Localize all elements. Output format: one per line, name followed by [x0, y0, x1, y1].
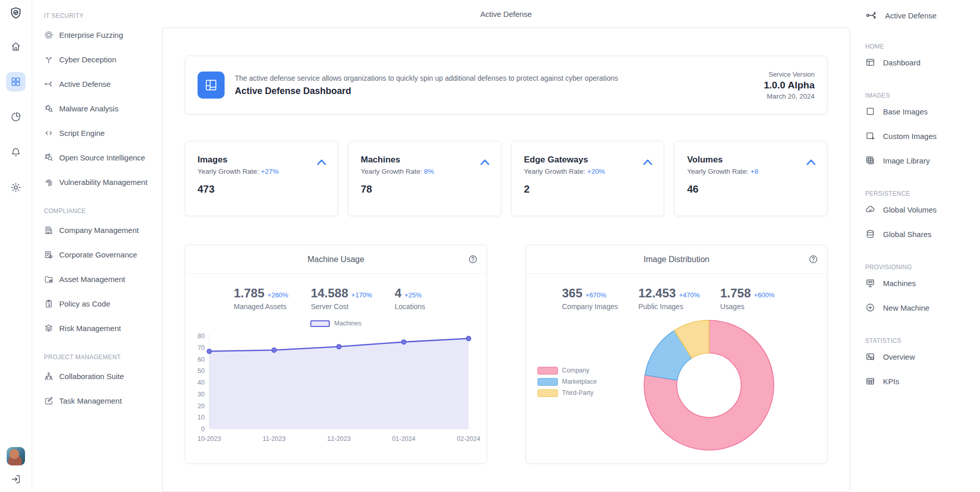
home-button[interactable] [6, 37, 26, 56]
database-icon [865, 229, 875, 239]
settings-button[interactable] [6, 178, 26, 197]
fingerprint-icon [44, 177, 54, 187]
main-panel: The active defense service allows organi… [162, 28, 850, 492]
left-sidebar: IT SECURITY Enterprise Fuzzing Cyber Dec… [32, 0, 162, 492]
sidebar-item-enterprise-fuzzing[interactable]: Enterprise Fuzzing [44, 22, 162, 47]
sidebar-item-asset-management[interactable]: Asset Management [44, 267, 162, 291]
collapse-button[interactable] [316, 158, 327, 166]
svg-text:30: 30 [198, 391, 205, 398]
growth-value: 8% [424, 168, 434, 175]
line-chart: 0102030405060708010-202311-202312-202301… [189, 330, 483, 452]
collapse-button[interactable] [642, 158, 653, 166]
document-gear-icon [44, 250, 54, 260]
rsidebar-item-global-shares[interactable]: Global Shares [865, 222, 980, 246]
sidebar-item-label: Risk Management [59, 324, 121, 333]
help-button[interactable] [808, 254, 818, 264]
sidebar-item-open-source-intelligence[interactable]: Open Source Intelligence [44, 145, 162, 170]
sidebar-item-task-management[interactable]: Task Management [44, 388, 162, 413]
legend-label: Company [562, 367, 590, 374]
sidebar-item-cyber-deception[interactable]: Cyber Deception [44, 47, 162, 72]
rsidebar-item-machines[interactable]: Machines [865, 271, 980, 295]
line-legend-item[interactable]: Machines [185, 320, 486, 327]
page-title: Active Defense [162, 0, 850, 28]
legend-label: Machines [334, 320, 362, 327]
dashboard-layout-icon [865, 57, 875, 67]
dashboard-tile-icon [198, 72, 225, 99]
sidebar-item-collaboration-suite[interactable]: Collaboration Suite [44, 364, 162, 388]
right-sidebar-title: Active Defense [865, 0, 980, 31]
sidebar-item-malware-analysis[interactable]: Malware Analysis [44, 96, 162, 121]
rsidebar-item-global-volumes[interactable]: Global Volumes [865, 197, 980, 222]
right-sidebar: Active Defense HOME Dashboard IMAGES Bas… [855, 0, 980, 492]
pie-legend-item-marketplace[interactable]: Marketplace [537, 376, 597, 387]
legend-swatch [537, 389, 558, 397]
sidebar-item-corporate-governance[interactable]: Corporate Governance [44, 242, 162, 267]
bug-search-icon [44, 104, 54, 113]
pie-legend-item-third-party[interactable]: Third-Party [537, 387, 597, 399]
collapse-button[interactable] [479, 158, 491, 166]
svg-text:50: 50 [198, 367, 205, 374]
rsidebar-item-kpis[interactable]: KPIs [865, 369, 980, 393]
stat-card-title: Volumes [687, 155, 815, 165]
code-icon [44, 128, 54, 138]
svg-text:0: 0 [201, 426, 205, 433]
rsidebar-item-base-images[interactable]: Base Images [865, 99, 980, 124]
pie-legend-item-company[interactable]: Company [537, 365, 597, 376]
sidebar-item-label: Company Management [59, 226, 139, 235]
growth-label: Yearly Growth Rate: [198, 168, 259, 175]
pie-legend: Company Marketplace Third-Party [537, 365, 597, 399]
image-distribution-card: Image Distribution 365+670% Company Imag… [526, 245, 827, 463]
section-header-persistence: PERSISTENCE [865, 190, 980, 197]
sidebar-item-policy-as-code[interactable]: Policy as Code [44, 291, 162, 316]
notifications-button[interactable] [6, 143, 26, 162]
chart-stat: 14.588+170% Server Cost [311, 287, 372, 311]
analytics-button[interactable] [6, 107, 26, 127]
service-version-value: 1.0.0 Alpha [764, 80, 815, 91]
sidebar-item-active-defense[interactable]: Active Defense [44, 72, 162, 96]
chart-stat: 365+670% Company Images [562, 287, 618, 311]
apps-button[interactable] [6, 72, 26, 91]
chevron-up-icon [642, 158, 653, 166]
chart-title: Machine Usage [307, 255, 364, 264]
banner-title: Active Defense Dashboard [235, 86, 618, 97]
chevron-up-icon [479, 158, 491, 166]
server-icon [865, 278, 875, 288]
svg-text:01-2024: 01-2024 [392, 435, 415, 442]
rsidebar-item-dashboard[interactable]: Dashboard [865, 50, 980, 75]
sidebar-item-label: Active Defense [59, 80, 111, 88]
rsidebar-item-image-library[interactable]: Image Library [865, 148, 980, 173]
sidebar-item-script-engine[interactable]: Script Engine [44, 121, 162, 145]
rsidebar-item-new-machine[interactable]: New Machine [865, 295, 980, 320]
sidebar-item-vulnerability-management[interactable]: Vulnerability Management [44, 170, 162, 194]
apps-grid-icon [10, 76, 21, 87]
section-header-compliance: COMPLIANCE [44, 207, 162, 215]
folder-icon [44, 274, 54, 284]
app-logo[interactable] [9, 6, 23, 20]
donut-chart [638, 314, 780, 457]
legend-label: Marketplace [562, 378, 597, 385]
sidebar-item-label: Policy as Code [59, 299, 110, 308]
svg-text:02-2024: 02-2024 [457, 435, 480, 442]
svg-text:20: 20 [198, 403, 205, 410]
rsidebar-item-custom-images[interactable]: Custom Images [865, 124, 980, 148]
help-button[interactable] [468, 254, 478, 264]
growth-label: Yearly Growth Rate: [361, 168, 422, 175]
pie-chart-icon [10, 111, 21, 123]
cloud-icon [865, 204, 875, 215]
stat-card-title: Edge Gateways [524, 155, 652, 165]
sidebar-item-risk-management[interactable]: Risk Management [44, 316, 162, 340]
chevron-up-icon [316, 158, 327, 166]
logout-button[interactable] [10, 472, 21, 487]
legend-swatch [537, 378, 558, 386]
stat-card-title: Machines [361, 155, 488, 165]
stat-cards-row: Images Yearly Growth Rate: +27% 473 Mach… [185, 141, 827, 216]
charts-row: Machine Usage 1.785+260% Managed Assets … [185, 245, 827, 463]
avatar[interactable] [7, 447, 25, 465]
collapse-button[interactable] [805, 158, 817, 166]
sidebar-item-label: Malware Analysis [59, 104, 118, 113]
sidebar-item-company-management[interactable]: Company Management [44, 218, 162, 242]
rsidebar-item-overview[interactable]: Overview [865, 344, 980, 369]
square-plus-icon [865, 131, 875, 141]
chevron-up-icon [805, 158, 817, 166]
sidebar-item-label: Script Engine [59, 129, 105, 137]
